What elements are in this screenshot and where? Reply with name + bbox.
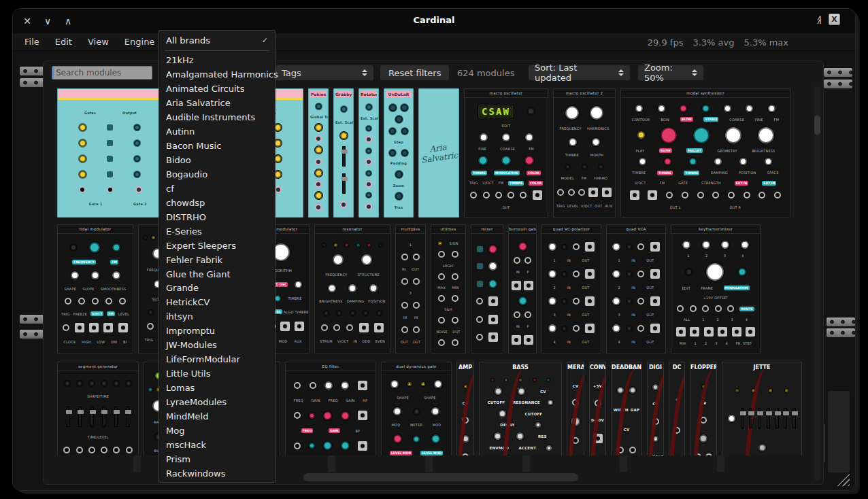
module-card[interactable]: JETTEINPUT: [722, 362, 802, 455]
jack-port[interactable]: [700, 417, 707, 424]
module-card[interactable]: DEADBANDWIDTHGAPCV: [611, 362, 642, 455]
app-icon[interactable]: X: [829, 14, 840, 25]
knob[interactable]: [562, 272, 567, 277]
menu-item-brand[interactable]: Audible Instruments: [159, 110, 275, 124]
module-card[interactable]: UnDuLaRStepPaddingZoomTrax: [384, 88, 414, 218]
jack-port[interactable]: [747, 328, 754, 335]
knob[interactable]: [706, 263, 724, 281]
jack-port[interactable]: [413, 278, 420, 285]
menu-item-brand[interactable]: Bogaudio: [159, 167, 275, 182]
jack-port[interactable]: [744, 192, 750, 199]
menu-item-brand[interactable]: Rackwindows: [159, 466, 275, 481]
jack-port[interactable]: [76, 447, 83, 453]
knob[interactable]: [462, 435, 469, 443]
jack-port[interactable]: [401, 326, 408, 333]
knob[interactable]: [91, 271, 99, 279]
jack-port[interactable]: [573, 243, 580, 250]
jack-port[interactable]: [92, 298, 99, 305]
jack-port[interactable]: [603, 189, 610, 196]
knob[interactable]: [505, 379, 507, 381]
knob[interactable]: [356, 243, 360, 247]
knob[interactable]: [562, 299, 567, 304]
slider[interactable]: [749, 408, 752, 428]
knob[interactable]: [735, 389, 739, 392]
menu-item-brand[interactable]: ihtsyn: [159, 309, 275, 324]
knob[interactable]: [494, 432, 501, 440]
knob[interactable]: [126, 381, 131, 386]
menu-item-brand[interactable]: chowdsp: [159, 196, 275, 210]
knob[interactable]: [401, 128, 408, 135]
jack-port[interactable]: [452, 251, 458, 258]
jack-port[interactable]: [315, 204, 322, 211]
knob[interactable]: [434, 380, 442, 388]
knob[interactable]: [431, 407, 439, 415]
jack-port[interactable]: [524, 311, 531, 318]
jack-port[interactable]: [401, 278, 408, 285]
knob[interactable]: [724, 105, 731, 112]
menu-item-brand[interactable]: LyraeModules: [159, 395, 275, 409]
module-card[interactable]: quad VCA1INOUT2INOUT3INOUT4INOUT: [606, 224, 666, 354]
knob[interactable]: [369, 284, 378, 292]
toggle-switch[interactable]: [107, 171, 113, 177]
knob[interactable]: [746, 105, 753, 112]
jack-port[interactable]: [568, 189, 575, 196]
jack-port[interactable]: [652, 418, 659, 425]
toggle-switch[interactable]: [107, 140, 113, 146]
knob[interactable]: [348, 284, 356, 292]
jack-port[interactable]: [617, 447, 624, 453]
knob[interactable]: [323, 411, 332, 420]
knob[interactable]: [361, 254, 372, 265]
menu-engine[interactable]: Engine: [124, 37, 155, 47]
knob[interactable]: [79, 155, 86, 162]
knob[interactable]: [612, 270, 620, 278]
jack-port[interactable]: [315, 158, 322, 165]
jack-port[interactable]: [525, 337, 532, 343]
knob[interactable]: [350, 311, 355, 315]
knob[interactable]: [689, 158, 697, 165]
push-button[interactable]: [315, 192, 322, 199]
slider[interactable]: [114, 407, 118, 427]
slider[interactable]: [102, 407, 105, 427]
knob[interactable]: [488, 279, 497, 288]
jack-port[interactable]: [490, 298, 497, 305]
menu-item-brand[interactable]: HetrickCV: [159, 295, 275, 309]
jack-port[interactable]: [572, 437, 579, 444]
jack-port[interactable]: [586, 298, 593, 305]
slider[interactable]: [741, 408, 744, 428]
knob[interactable]: [413, 436, 420, 443]
module-card[interactable]: modal synthesizerCONTOURBOWBLOWSTRIKECOA…: [620, 88, 790, 218]
menu-item-brand[interactable]: 21kHz: [159, 53, 275, 67]
knob[interactable]: [599, 165, 603, 169]
jack-port[interactable]: [520, 192, 527, 199]
knob[interactable]: [652, 384, 658, 390]
module-card[interactable]: macro oscillatorCSAWEDITFINECOARSEFMTIMB…: [464, 88, 548, 218]
knob[interactable]: [501, 156, 511, 165]
jack-port[interactable]: [673, 427, 680, 434]
jack-port[interactable]: [401, 302, 408, 309]
jack-port[interactable]: [90, 324, 97, 331]
jack-port[interactable]: [315, 135, 322, 142]
knob[interactable]: [769, 389, 772, 392]
vertical-scrollbar-track[interactable]: [814, 86, 820, 481]
menu-item-brand[interactable]: MindMeld: [159, 409, 275, 424]
slider[interactable]: [78, 407, 82, 427]
toggle-switch[interactable]: [477, 246, 483, 252]
menu-item-brand[interactable]: Prism: [159, 452, 275, 466]
jack-port[interactable]: [462, 417, 469, 424]
slider[interactable]: [758, 408, 761, 428]
knob[interactable]: [758, 444, 766, 451]
knob[interactable]: [341, 106, 347, 112]
jack-port[interactable]: [438, 273, 445, 280]
jack-port[interactable]: [758, 192, 765, 199]
jack-port[interactable]: [513, 337, 520, 343]
knob[interactable]: [639, 158, 646, 165]
knob[interactable]: [548, 243, 556, 251]
jack-port[interactable]: [578, 189, 585, 196]
jack-port[interactable]: [438, 295, 445, 302]
module-card[interactable]: Aria Salvatrice: [418, 88, 459, 218]
menu-item-brand[interactable]: Aria Salvatrice: [159, 96, 275, 110]
knob[interactable]: [322, 243, 326, 247]
jack-port[interactable]: [413, 302, 420, 309]
knob[interactable]: [328, 284, 336, 292]
knob[interactable]: [389, 104, 397, 111]
